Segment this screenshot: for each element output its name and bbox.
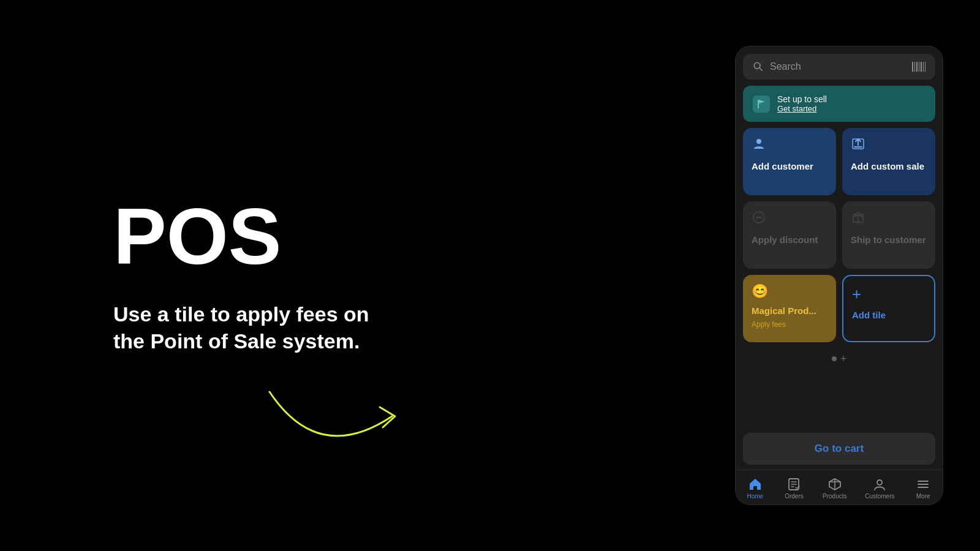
nav-customers[interactable]: Customers (860, 475, 899, 502)
more-icon (916, 478, 930, 491)
svg-rect-2 (912, 62, 913, 72)
setup-title: Set up to sell (777, 94, 827, 104)
box-icon (851, 210, 927, 228)
nav-home[interactable]: Home (740, 475, 771, 502)
nav-more[interactable]: More (908, 475, 938, 502)
svg-line-1 (760, 68, 762, 70)
nav-products-label: Products (823, 493, 846, 500)
go-to-cart-button[interactable]: Go to cart (743, 433, 935, 465)
svg-rect-6 (921, 62, 922, 72)
tile-add-customer[interactable]: Add customer (743, 128, 836, 195)
search-placeholder: Search (770, 61, 801, 72)
flag-icon (753, 96, 770, 113)
nav-customers-label: Customers (865, 493, 894, 500)
emoji-icon: 😊 (752, 283, 827, 299)
nav-orders[interactable]: Orders (778, 475, 809, 502)
tile-add-custom-sale-label: Add custom sale (851, 161, 927, 172)
svg-rect-9 (758, 100, 759, 108)
tile-add-custom-sale[interactable]: Add custom sale (842, 128, 935, 195)
page-dots: + (743, 348, 935, 369)
tile-magical-prod-sublabel: Apply fees (752, 320, 827, 329)
bottom-nav: Home Orders Products Customers (736, 470, 943, 504)
tile-apply-discount[interactable]: Apply discount (743, 201, 836, 269)
nav-products[interactable]: Products (818, 475, 851, 502)
tile-add-tile-label: Add tile (852, 310, 925, 321)
svg-rect-7 (923, 62, 924, 72)
arrow-decoration (257, 380, 441, 453)
tile-apply-discount-label: Apply discount (752, 234, 827, 246)
search-left: Search (753, 61, 801, 72)
search-bar[interactable]: Search (743, 54, 935, 80)
setup-text: Set up to sell Get started (777, 94, 827, 113)
pos-subtitle: Use a tile to apply fees on the Point of… (113, 301, 371, 354)
nav-more-label: More (916, 493, 930, 500)
phone-panel: Search Set up to sell G (735, 46, 943, 505)
nav-orders-label: Orders (785, 493, 804, 500)
nav-home-label: Home (747, 493, 763, 500)
svg-rect-3 (914, 62, 915, 72)
tile-magical-prod-label: Magical Prod... (752, 305, 827, 317)
phone-content: Search Set up to sell G (736, 47, 943, 433)
setup-banner[interactable]: Set up to sell Get started (743, 86, 935, 122)
tiles-grid: Add customer Add custom sale (743, 128, 935, 342)
svg-rect-8 (925, 62, 925, 72)
pos-title: POS (113, 197, 551, 276)
discount-icon (752, 210, 827, 228)
dot-add[interactable]: + (840, 353, 847, 364)
svg-point-0 (754, 62, 760, 69)
person-icon (752, 137, 827, 155)
svg-rect-5 (919, 62, 919, 72)
go-to-cart-label: Go to cart (815, 443, 864, 454)
customers-icon (873, 478, 886, 491)
setup-link[interactable]: Get started (777, 104, 827, 113)
svg-rect-11 (854, 146, 862, 148)
products-icon (828, 478, 842, 491)
home-icon (748, 478, 763, 491)
svg-point-10 (756, 139, 761, 144)
tile-add-tile[interactable]: + Add tile (842, 275, 935, 342)
barcode-icon (912, 62, 925, 72)
tile-ship-to-customer-label: Ship to customer (851, 234, 927, 246)
upload-icon (851, 137, 927, 155)
orders-icon (787, 478, 801, 491)
tile-add-customer-label: Add customer (752, 161, 827, 172)
svg-point-20 (877, 480, 882, 485)
tile-ship-to-customer[interactable]: Ship to customer (842, 201, 935, 269)
svg-rect-4 (916, 62, 918, 72)
dot-active (832, 356, 837, 361)
search-icon (753, 61, 764, 72)
plus-icon: + (852, 285, 925, 304)
left-panel: POS Use a tile to apply fees on the Poin… (0, 0, 551, 551)
tile-magical-prod[interactable]: 😊 Magical Prod... Apply fees (743, 275, 836, 342)
